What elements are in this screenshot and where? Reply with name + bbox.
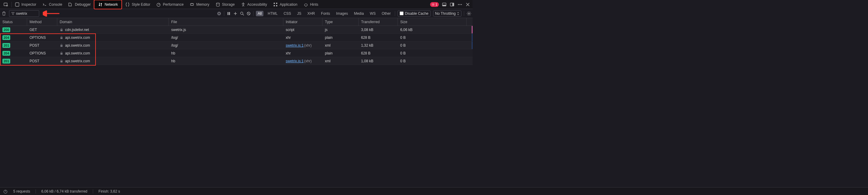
tab-label: Performance	[163, 2, 184, 7]
block-icon[interactable]	[247, 11, 251, 16]
filter-other[interactable]: Other	[380, 11, 393, 16]
inspector-icon	[15, 2, 20, 7]
initiator-suffix: (xhr)	[304, 59, 312, 63]
tab-console[interactable]: Console	[39, 0, 65, 9]
tab-label: Network	[104, 2, 118, 7]
filter-all[interactable]: All	[256, 11, 264, 16]
col-initiator[interactable]: Initiator	[283, 18, 322, 26]
table-row[interactable]: 204OPTIONSapi.swetrix.com/log/xhrplain62…	[0, 34, 472, 42]
svg-point-9	[216, 3, 219, 4]
plus-icon[interactable]	[233, 11, 238, 16]
col-status[interactable]: Status	[0, 18, 27, 26]
lock-icon	[60, 28, 63, 32]
svg-rect-1	[16, 3, 19, 6]
filter-fonts[interactable]: Fonts	[319, 11, 332, 16]
cell-domain: api.swetrix.com	[57, 57, 169, 65]
cell-size: 0 B	[398, 34, 467, 41]
tab-label: Accessibility	[247, 2, 267, 7]
tab-memory[interactable]: Memory	[187, 0, 212, 9]
type-filters: All HTML CSS JS XHR Fonts Images Media W…	[256, 11, 393, 16]
col-method[interactable]: Method	[27, 18, 57, 26]
row-marker	[472, 34, 472, 41]
disable-cache-toggle[interactable]: Disable Cache	[398, 10, 430, 16]
hints-icon	[304, 2, 308, 7]
col-domain[interactable]: Domain	[57, 18, 169, 26]
svg-rect-5	[190, 4, 193, 5]
initiator-link[interactable]: swetrix.js:1	[286, 59, 304, 63]
table-row[interactable]: 200GETcdn.jsdelivr.netswetrix.jsscriptjs…	[0, 26, 472, 34]
filter-html[interactable]: HTML	[266, 11, 279, 16]
throttling-select[interactable]: No Throttling	[433, 10, 461, 16]
tab-accessibility[interactable]: Accessibility	[238, 0, 270, 9]
tab-storage[interactable]: Storage	[213, 0, 238, 9]
filter-input[interactable]	[16, 11, 37, 16]
filter-ws[interactable]: WS	[368, 11, 377, 16]
tab-inspector[interactable]: Inspector	[12, 0, 39, 9]
svg-rect-26	[227, 12, 228, 15]
dock-window-icon[interactable]	[450, 2, 455, 7]
cell-file: swetrix.js	[169, 26, 283, 33]
tab-style-editor[interactable]: Style Editor	[122, 0, 153, 9]
tab-application[interactable]: Application	[270, 0, 301, 9]
initiator-link[interactable]: swetrix.js:1	[286, 43, 304, 47]
col-transferred[interactable]: Transferred	[359, 18, 398, 26]
svg-rect-20	[453, 3, 454, 6]
svg-rect-43	[61, 45, 63, 47]
network-table: Status Method Domain File Initiator Type…	[0, 18, 472, 65]
cell-domain: cdn.jsdelivr.net	[57, 26, 169, 33]
row-marker	[472, 42, 472, 49]
error-count: 1	[435, 2, 437, 7]
disable-cache-checkbox[interactable]	[400, 11, 404, 15]
close-icon[interactable]	[465, 2, 470, 7]
row-marker	[472, 26, 472, 33]
svg-text:!: !	[433, 3, 433, 6]
tab-hints[interactable]: Hints	[301, 0, 321, 9]
filter-images[interactable]: Images	[334, 11, 350, 16]
row-marker	[472, 49, 472, 57]
filter-xhr[interactable]: XHR	[306, 11, 317, 16]
lock-icon	[60, 59, 63, 63]
table-row[interactable]: 201POSTapi.swetrix.com/log/swetrix.js:1 …	[0, 42, 472, 49]
filter-media[interactable]: Media	[352, 11, 366, 16]
annotation-arrow	[43, 10, 61, 16]
col-file[interactable]: File	[169, 18, 283, 26]
filter-css[interactable]: CSS	[282, 11, 293, 16]
svg-rect-27	[229, 12, 230, 15]
svg-point-22	[460, 4, 461, 5]
svg-rect-13	[274, 5, 275, 6]
lock-icon	[60, 36, 63, 39]
lock-icon	[60, 51, 63, 55]
cell-file: hb	[169, 49, 283, 57]
filter-js[interactable]: JS	[296, 11, 303, 16]
more-icon[interactable]	[458, 2, 462, 7]
gear-icon[interactable]	[467, 11, 471, 16]
row-marker	[472, 57, 472, 65]
clear-button[interactable]	[1, 11, 7, 16]
col-size[interactable]: Size	[398, 18, 467, 26]
status-badge: 201	[2, 59, 10, 64]
tab-performance[interactable]: Performance	[153, 0, 187, 9]
svg-line-29	[243, 14, 244, 15]
pick-element-button[interactable]	[1, 0, 11, 9]
svg-point-21	[458, 4, 459, 5]
performance-icon	[156, 2, 161, 7]
search-icon[interactable]	[240, 11, 244, 16]
col-type[interactable]: Type	[322, 18, 359, 26]
tab-network[interactable]: Network	[95, 0, 121, 9]
cell-method: POST	[27, 57, 57, 65]
devtools-tab-bar: Inspector Console Debugger Network Style…	[0, 0, 472, 9]
filter-input-wrapper[interactable]	[9, 10, 39, 17]
pause-icon[interactable]	[227, 11, 231, 16]
debugger-icon	[68, 2, 73, 7]
clear-filter-icon[interactable]	[217, 11, 221, 16]
table-row[interactable]: 201POSTapi.swetrix.comhbswetrix.js:1 (xh…	[0, 57, 472, 65]
pick-element-icon	[4, 2, 8, 7]
tab-debugger[interactable]: Debugger	[65, 0, 94, 9]
dock-side-icon[interactable]	[442, 2, 447, 7]
svg-rect-14	[276, 5, 277, 6]
error-count-badge[interactable]: ! 1	[430, 2, 439, 7]
tab-label: Console	[49, 2, 62, 7]
cell-file: /log/	[169, 34, 283, 41]
tab-label: Debugger	[75, 2, 91, 7]
table-row[interactable]: 204OPTIONSapi.swetrix.comhbxhrplain628 B…	[0, 49, 472, 57]
